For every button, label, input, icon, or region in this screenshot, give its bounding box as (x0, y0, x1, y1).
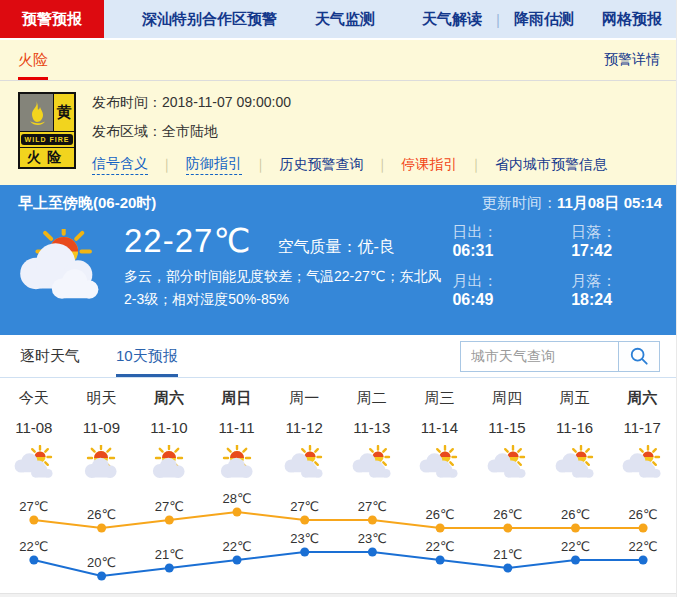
day-label: 周六 (608, 389, 676, 413)
high-temp-point (300, 516, 309, 525)
high-temp-point (233, 508, 242, 517)
high-temp-point (368, 516, 377, 525)
high-temp-label: 26℃ (629, 507, 658, 522)
high-temp-line (34, 512, 643, 528)
city-weather-search (460, 341, 660, 372)
low-temp-label: 23℃ (358, 531, 387, 546)
alert-tab-bar: 火险 预警详情 (0, 38, 676, 81)
fire-warning-icon: 黄 WILD FIRE 火险 (18, 92, 76, 169)
ten-day-forecast: 今天明天周六周日周一周二周三周四周五周六 11-0811-0911-1011-1… (0, 378, 676, 593)
current-weather-header: 早上至傍晚(06-20时) 更新时间：11月08日 05:14 (18, 194, 662, 213)
tab-ten-day-forecast[interactable]: 10天预报 (116, 335, 178, 377)
update-time: 更新时间：11月08日 05:14 (482, 194, 662, 213)
date-label: 11-13 (338, 413, 406, 441)
publish-time-label: 发布时间： (92, 94, 162, 110)
warning-info: 发布时间：2018-11-07 09:00:00 发布区域：全市陆地 信号含义 … (92, 92, 607, 185)
cloudy-icon (0, 441, 68, 485)
forecast-period-label: 早上至傍晚(06-20时) (18, 194, 156, 213)
warning-links: 信号含义 ｜ 防御指引 ｜ 历史预警查询 ｜ 停课指引 ｜ 省内城市预警信息 (92, 155, 607, 175)
low-temp-point (300, 548, 309, 557)
high-temp-point (97, 524, 106, 533)
day-label: 周五 (541, 389, 609, 413)
defense-guide-link[interactable]: 防御指引 (186, 155, 242, 175)
search-button[interactable] (618, 341, 660, 372)
moonset-time: 月落：18:24 (571, 272, 656, 309)
city-search-input[interactable] (460, 341, 618, 372)
sunrise-time: 日出：06:31 (452, 223, 537, 260)
temperature-chart: 27℃26℃27℃28℃27℃27℃26℃26℃26℃26℃22℃20℃21℃2… (0, 485, 677, 593)
nav-weather-interpretation[interactable]: 天气解读 (422, 10, 482, 29)
low-temp-line (34, 552, 643, 576)
low-temp-label: 22℃ (426, 539, 455, 554)
link-separator: ｜ (160, 156, 174, 174)
low-temp-point (571, 556, 580, 565)
high-temp-label: 26℃ (561, 507, 590, 522)
high-temp-point (165, 516, 174, 525)
date-label: 11-16 (541, 413, 609, 441)
warning-details-link[interactable]: 预警详情 (604, 51, 660, 69)
high-temp-label: 28℃ (222, 491, 251, 506)
day-label: 今天 (0, 389, 68, 413)
temperature-range: 22-27℃ (124, 221, 251, 260)
day-label: 周四 (473, 389, 541, 413)
sun-moon-times: 日出：06:31 日落：17:42 月出：06:49 月落：18:24 (452, 221, 662, 311)
day-label: 明天 (68, 389, 136, 413)
tab-fire-risk[interactable]: 火险 (18, 40, 48, 80)
nav-weather-monitoring[interactable]: 天气监测 (315, 0, 375, 38)
high-temp-point (29, 516, 38, 525)
low-temp-point (233, 556, 242, 565)
date-label: 11-11 (203, 413, 271, 441)
top-nav-right: 天气解读 | 降雨估测 网格预报 (408, 0, 676, 38)
current-weather-panel: 早上至傍晚(06-20时) 更新时间：11月08日 05:14 22-27℃ 空… (0, 185, 676, 335)
search-icon (629, 346, 649, 366)
low-temp-label: 22℃ (561, 539, 590, 554)
low-temp-point (97, 572, 106, 581)
current-weather-summary: 22-27℃ 空气质量：优-良 多云，部分时间能见度较差；气温22-27℃；东北… (124, 221, 452, 311)
sunset-time: 日落：17:42 (571, 223, 656, 260)
low-temp-point (368, 548, 377, 557)
province-city-warning-link[interactable]: 省内城市预警信息 (495, 156, 607, 174)
link-separator: ｜ (375, 156, 389, 174)
high-temp-point (436, 524, 445, 533)
low-temp-label: 22℃ (19, 539, 48, 554)
class-suspension-guide-link[interactable]: 停课指引 (401, 156, 457, 174)
publish-area-row: 发布区域：全市陆地 (92, 123, 607, 141)
high-temp-label: 27℃ (155, 499, 184, 514)
nav-grid-forecast[interactable]: 网格预报 (602, 10, 662, 29)
low-temp-label: 22℃ (222, 539, 251, 554)
air-quality: 空气质量：优-良 (277, 237, 394, 258)
date-label: 11-09 (68, 413, 136, 441)
low-temp-point (436, 556, 445, 565)
current-weather-body: 22-27℃ 空气质量：优-良 多云，部分时间能见度较差；气温22-27℃；东北… (18, 221, 662, 311)
high-temp-label: 26℃ (426, 507, 455, 522)
date-label: 11-15 (473, 413, 541, 441)
cloudy-icon (473, 441, 541, 485)
high-temp-label: 26℃ (493, 507, 522, 522)
cloudy-icon (270, 441, 338, 485)
publish-time-value: 2018-11-07 09:00:00 (162, 94, 291, 110)
low-temp-label: 21℃ (493, 547, 522, 562)
fire-warning-panel: 黄 WILD FIRE 火险 发布时间：2018-11-07 09:00:00 … (0, 81, 676, 185)
nav-rainfall-estimate[interactable]: 降雨估测 (514, 10, 574, 29)
day-label: 周三 (406, 389, 474, 413)
signal-meaning-link[interactable]: 信号含义 (92, 155, 148, 175)
low-temp-label: 22℃ (629, 539, 658, 554)
publish-area-label: 发布区域： (92, 123, 162, 139)
nav-shenshan-zone-warning[interactable]: 深汕特别合作区预警 (142, 0, 277, 38)
forecast-tabs-row: 逐时天气 10天预报 (0, 335, 676, 378)
high-temp-point (503, 524, 512, 533)
fire-risk-label: 火险 (18, 51, 48, 70)
date-label: 11-10 (135, 413, 203, 441)
low-temp-label: 20℃ (87, 555, 116, 570)
partly-cloudy-icon (203, 441, 271, 485)
weather-page: 预警预报 深汕特别合作区预警 天气监测 天气解读 | 降雨估测 网格预报 火险 … (0, 0, 677, 597)
wild-fire-band: WILD FIRE (20, 132, 74, 147)
high-temp-point (639, 524, 648, 533)
publish-area-value: 全市陆地 (162, 123, 218, 139)
history-warning-query-link[interactable]: 历史预警查询 (279, 156, 363, 174)
link-separator: ｜ (254, 156, 268, 174)
tab-warning-forecast[interactable]: 预警预报 (0, 0, 104, 38)
high-temp-label: 27℃ (358, 499, 387, 514)
tab-hourly-weather[interactable]: 逐时天气 (20, 335, 80, 377)
high-temp-label: 27℃ (290, 499, 319, 514)
